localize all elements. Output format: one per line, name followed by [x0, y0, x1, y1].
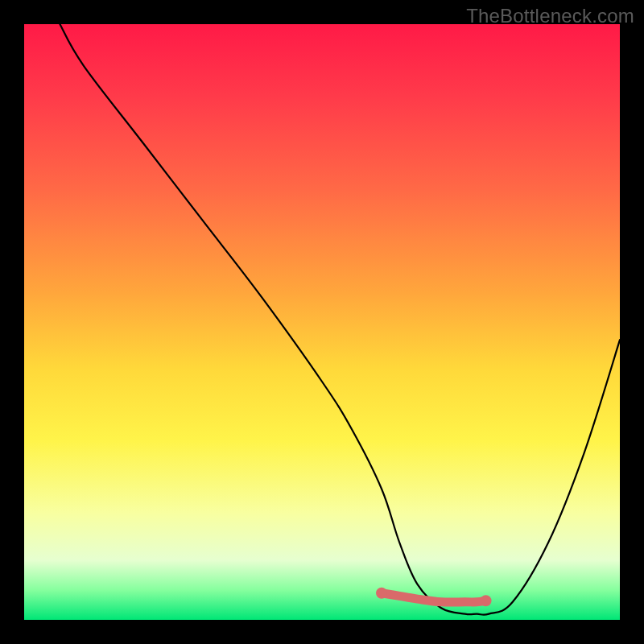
chart-frame: TheBottleneck.com	[0, 0, 644, 644]
highlight-segment	[382, 593, 486, 602]
chart-svg	[24, 24, 620, 620]
highlight-dot-start	[376, 588, 387, 599]
bottleneck-curve	[60, 24, 620, 615]
plot-area	[24, 24, 620, 620]
highlight-dot-end	[481, 595, 492, 606]
